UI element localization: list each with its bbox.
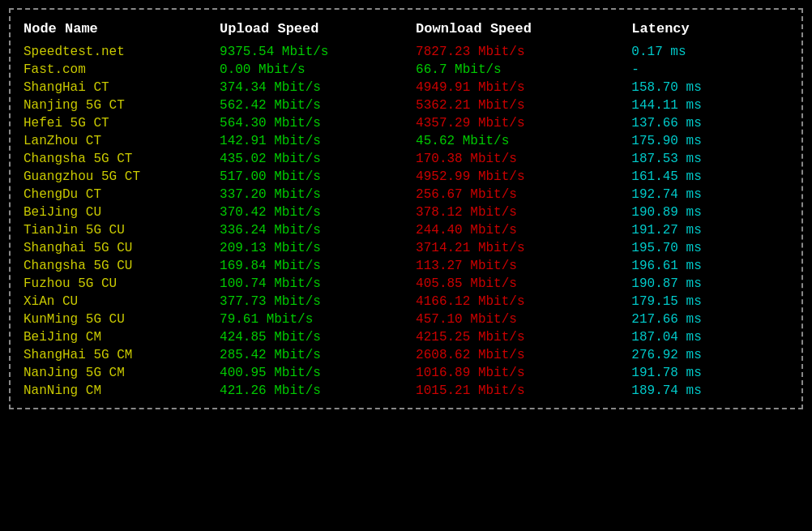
- cell-download-speed: 4357.29 Mbit/s: [416, 114, 631, 132]
- cell-download-speed: 256.67 Mbit/s: [416, 186, 631, 203]
- cell-latency: 187.53 ms: [631, 150, 788, 168]
- cell-download-speed: 405.85 Mbit/s: [416, 275, 631, 293]
- cell-upload-speed: 370.42 Mbit/s: [220, 203, 416, 221]
- table-row: Changsha 5G CU169.84 Mbit/s113.27 Mbit/s…: [24, 257, 788, 275]
- cell-node-name: NanNing CM: [24, 382, 220, 400]
- table-row: Speedtest.net9375.54 Mbit/s7827.23 Mbit/…: [24, 43, 788, 61]
- cell-download-speed: 4166.12 Mbit/s: [416, 293, 631, 310]
- cell-latency: 217.66 ms: [631, 310, 788, 328]
- cell-download-speed: 4215.25 Mbit/s: [416, 328, 631, 346]
- speed-table: Node Name Upload Speed Download Speed La…: [24, 18, 788, 400]
- cell-download-speed: 1016.89 Mbit/s: [416, 364, 631, 382]
- cell-download-speed: 3714.21 Mbit/s: [416, 239, 631, 257]
- cell-latency: 187.04 ms: [631, 328, 788, 346]
- speed-table-wrapper: Node Name Upload Speed Download Speed La…: [24, 18, 788, 400]
- cell-latency: 191.27 ms: [631, 221, 788, 239]
- col-header-download: Download Speed: [416, 18, 631, 43]
- table-header-row: Node Name Upload Speed Download Speed La…: [24, 18, 788, 43]
- cell-latency: 190.87 ms: [631, 275, 788, 293]
- table-row: Shanghai 5G CU209.13 Mbit/s3714.21 Mbit/…: [24, 239, 788, 257]
- cell-upload-speed: 377.73 Mbit/s: [220, 293, 416, 310]
- cell-latency: 161.45 ms: [631, 168, 788, 186]
- cell-upload-speed: 79.61 Mbit/s: [220, 310, 416, 328]
- cell-node-name: BeiJing CM: [24, 328, 220, 346]
- cell-latency: 189.74 ms: [631, 382, 788, 400]
- cell-node-name: Changsha 5G CU: [24, 257, 220, 275]
- cell-upload-speed: 421.26 Mbit/s: [220, 382, 416, 400]
- table-row: KunMing 5G CU79.61 Mbit/s457.10 Mbit/s21…: [24, 310, 788, 328]
- cell-latency: 144.11 ms: [631, 96, 788, 114]
- cell-latency: 179.15 ms: [631, 293, 788, 310]
- col-header-name: Node Name: [24, 18, 220, 43]
- cell-node-name: NanJing 5G CM: [24, 364, 220, 382]
- cell-upload-speed: 285.42 Mbit/s: [220, 346, 416, 364]
- cell-node-name: Hefei 5G CT: [24, 114, 220, 132]
- cell-node-name: TianJin 5G CU: [24, 221, 220, 239]
- cell-upload-speed: 517.00 Mbit/s: [220, 168, 416, 186]
- cell-upload-speed: 9375.54 Mbit/s: [220, 43, 416, 61]
- cell-download-speed: 457.10 Mbit/s: [416, 310, 631, 328]
- cell-node-name: ShangHai 5G CM: [24, 346, 220, 364]
- cell-download-speed: 4949.91 Mbit/s: [416, 79, 631, 96]
- cell-upload-speed: 562.42 Mbit/s: [220, 96, 416, 114]
- col-header-latency: Latency: [631, 18, 788, 43]
- cell-latency: 276.92 ms: [631, 346, 788, 364]
- cell-node-name: Shanghai 5G CU: [24, 239, 220, 257]
- table-row: BeiJing CM424.85 Mbit/s4215.25 Mbit/s187…: [24, 328, 788, 346]
- table-row: Fuzhou 5G CU100.74 Mbit/s405.85 Mbit/s19…: [24, 275, 788, 293]
- cell-upload-speed: 0.00 Mbit/s: [220, 61, 416, 79]
- cell-download-speed: 1015.21 Mbit/s: [416, 382, 631, 400]
- cell-latency: 190.89 ms: [631, 203, 788, 221]
- cell-download-speed: 4952.99 Mbit/s: [416, 168, 631, 186]
- cell-download-speed: 5362.21 Mbit/s: [416, 96, 631, 114]
- table-row: LanZhou CT142.91 Mbit/s45.62 Mbit/s175.9…: [24, 132, 788, 150]
- cell-upload-speed: 142.91 Mbit/s: [220, 132, 416, 150]
- cell-download-speed: 170.38 Mbit/s: [416, 150, 631, 168]
- cell-node-name: ChengDu CT: [24, 186, 220, 203]
- cell-node-name: LanZhou CT: [24, 132, 220, 150]
- cell-upload-speed: 209.13 Mbit/s: [220, 239, 416, 257]
- cell-upload-speed: 435.02 Mbit/s: [220, 150, 416, 168]
- table-row: ShangHai CT374.34 Mbit/s4949.91 Mbit/s15…: [24, 79, 788, 96]
- table-row: Guangzhou 5G CT517.00 Mbit/s4952.99 Mbit…: [24, 168, 788, 186]
- cell-download-speed: 2608.62 Mbit/s: [416, 346, 631, 364]
- col-header-upload: Upload Speed: [220, 18, 416, 43]
- cell-download-speed: 378.12 Mbit/s: [416, 203, 631, 221]
- cell-latency: 192.74 ms: [631, 186, 788, 203]
- cell-latency: 175.90 ms: [631, 132, 788, 150]
- main-container: Node Name Upload Speed Download Speed La…: [9, 8, 803, 409]
- table-row: ShangHai 5G CM285.42 Mbit/s2608.62 Mbit/…: [24, 346, 788, 364]
- cell-upload-speed: 169.84 Mbit/s: [220, 257, 416, 275]
- cell-node-name: Guangzhou 5G CT: [24, 168, 220, 186]
- cell-node-name: KunMing 5G CU: [24, 310, 220, 328]
- cell-node-name: Changsha 5G CT: [24, 150, 220, 168]
- cell-upload-speed: 424.85 Mbit/s: [220, 328, 416, 346]
- cell-latency: 137.66 ms: [631, 114, 788, 132]
- table-row: Nanjing 5G CT562.42 Mbit/s5362.21 Mbit/s…: [24, 96, 788, 114]
- cell-node-name: XiAn CU: [24, 293, 220, 310]
- table-row: ChengDu CT337.20 Mbit/s256.67 Mbit/s192.…: [24, 186, 788, 203]
- cell-node-name: Nanjing 5G CT: [24, 96, 220, 114]
- cell-latency: 191.78 ms: [631, 364, 788, 382]
- cell-node-name: Speedtest.net: [24, 43, 220, 61]
- table-row: Changsha 5G CT435.02 Mbit/s170.38 Mbit/s…: [24, 150, 788, 168]
- cell-upload-speed: 374.34 Mbit/s: [220, 79, 416, 96]
- table-row: XiAn CU377.73 Mbit/s4166.12 Mbit/s179.15…: [24, 293, 788, 310]
- table-row: Fast.com0.00 Mbit/s66.7 Mbit/s-: [24, 61, 788, 79]
- cell-upload-speed: 336.24 Mbit/s: [220, 221, 416, 239]
- table-row: TianJin 5G CU336.24 Mbit/s244.40 Mbit/s1…: [24, 221, 788, 239]
- cell-node-name: ShangHai CT: [24, 79, 220, 96]
- cell-node-name: BeiJing CU: [24, 203, 220, 221]
- cell-node-name: Fuzhou 5G CU: [24, 275, 220, 293]
- cell-latency: 158.70 ms: [631, 79, 788, 96]
- cell-download-speed: 7827.23 Mbit/s: [416, 43, 631, 61]
- cell-latency: 195.70 ms: [631, 239, 788, 257]
- cell-download-speed: 66.7 Mbit/s: [416, 61, 631, 79]
- cell-latency: -: [631, 61, 788, 79]
- cell-download-speed: 244.40 Mbit/s: [416, 221, 631, 239]
- cell-latency: 0.17 ms: [631, 43, 788, 61]
- cell-download-speed: 113.27 Mbit/s: [416, 257, 631, 275]
- table-row: NanNing CM421.26 Mbit/s1015.21 Mbit/s189…: [24, 382, 788, 400]
- cell-download-speed: 45.62 Mbit/s: [416, 132, 631, 150]
- cell-node-name: Fast.com: [24, 61, 220, 79]
